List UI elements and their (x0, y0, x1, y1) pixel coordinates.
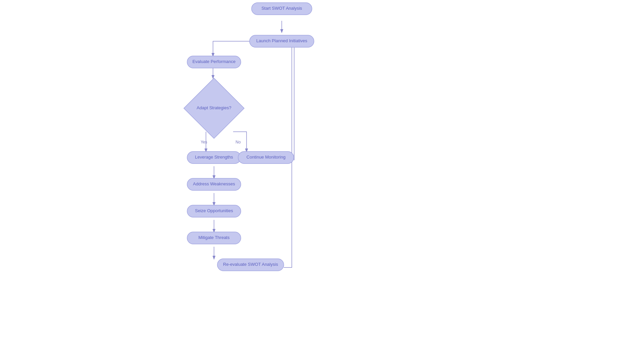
evaluate-label: Evaluate Performance (193, 59, 236, 64)
leverage-label: Leverage Strengths (195, 155, 233, 160)
reevaluate-label: Re-evaluate SWOT Analysis (223, 262, 278, 267)
launch-label: Launch Planned Initiatives (256, 38, 307, 43)
seize-label: Seize Opportunities (195, 208, 233, 213)
start-label: Start SWOT Analysis (261, 6, 302, 11)
yes-label: Yes (201, 140, 207, 144)
mitigate-label: Mitigate Threats (199, 235, 230, 240)
adapt-label: Adapt Strategies? (197, 105, 231, 110)
flowchart-container: Start SWOT Analysis Launch Planned Initi… (0, 0, 644, 362)
continue-label: Continue Monitoring (247, 155, 285, 160)
address-label: Address Weaknesses (193, 181, 235, 186)
no-label: No (235, 140, 241, 144)
